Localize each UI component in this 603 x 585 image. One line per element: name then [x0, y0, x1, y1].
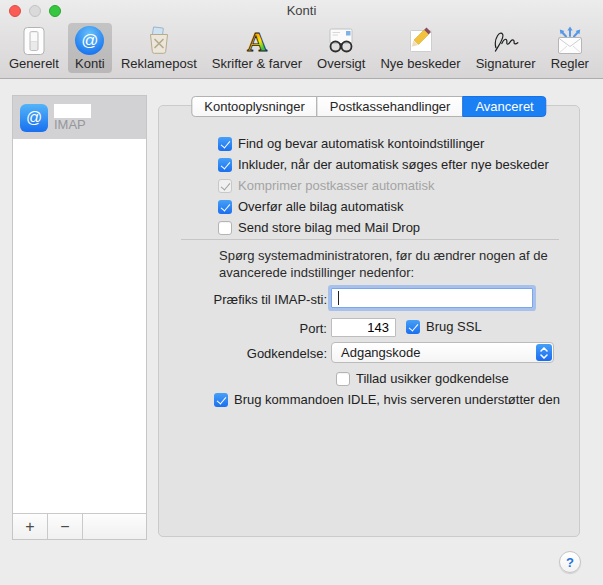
authentication-value: Adgangskode	[332, 345, 536, 360]
traffic-lights	[9, 5, 61, 17]
checkbox-insecure-auth[interactable]	[336, 372, 350, 386]
checkbox-use-idle[interactable]	[214, 393, 228, 407]
checkbox-use-ssl[interactable]	[406, 320, 420, 334]
accounts-list: @ IMAP + −	[12, 95, 147, 540]
checkbox-label: Komprimer postkasser automatisk	[238, 178, 435, 193]
glasses-icon	[325, 25, 357, 56]
account-type-label: IMAP	[54, 118, 91, 132]
minimize-button[interactable]	[29, 5, 41, 17]
accounts-list-empty-area	[13, 139, 146, 513]
tab-account-information[interactable]: Kontooplysninger	[191, 96, 317, 117]
dropdown-arrows-icon	[536, 344, 552, 361]
remove-account-button[interactable]: −	[48, 514, 83, 539]
tab-mailbox-behaviors[interactable]: Postkassehandlinger	[317, 96, 464, 117]
checkbox-label: Find og bevar automatisk kontoindstillin…	[238, 136, 484, 151]
account-info: IMAP	[54, 104, 91, 132]
toolbar-item-viewing[interactable]: Oversigt	[311, 23, 371, 73]
insecure-auth-label: Tillad usikker godkendelse	[356, 371, 509, 386]
toolbar-item-general[interactable]: Generelt	[3, 23, 65, 73]
use-idle-label: Brug kommandoen IDLE, hvis serveren unde…	[234, 392, 560, 407]
toolbar-item-signatures[interactable]: Signaturer	[470, 23, 542, 73]
signature-icon	[490, 25, 522, 56]
help-button[interactable]: ?	[559, 551, 581, 573]
checkbox-mail-drop[interactable]	[218, 221, 232, 235]
at-square-icon: @	[20, 104, 48, 132]
authentication-dropdown[interactable]: Adgangskode	[331, 342, 554, 363]
account-list-item[interactable]: @ IMAP	[13, 96, 146, 139]
toolbar-item-label: Konti	[75, 56, 105, 71]
toolbar-item-accounts[interactable]: @ Konti	[68, 23, 112, 73]
switch-icon	[18, 25, 50, 56]
text-caret	[338, 291, 339, 305]
toolbar-item-label: Signaturer	[476, 56, 536, 71]
toolbar-item-composing[interactable]: Nye beskeder	[374, 23, 466, 73]
close-button[interactable]	[9, 5, 21, 17]
imap-prefix-label: Præfiks til IMAP-sti:	[159, 292, 327, 307]
junk-basket-icon	[143, 25, 175, 56]
toolbar-item-label: Reklamepost	[121, 56, 197, 71]
toolbar-item-label: Nye beskeder	[380, 56, 460, 71]
titlebar[interactable]: Konti	[0, 0, 603, 22]
accounts-list-buttons: + −	[13, 513, 146, 539]
section-divider	[181, 239, 559, 240]
port-input[interactable]	[331, 318, 396, 337]
tab-bar: Kontooplysninger Postkassehandlinger Ava…	[191, 96, 546, 117]
toolbar-item-label: Oversigt	[317, 56, 365, 71]
account-name-redacted	[54, 104, 91, 118]
checkbox-include-when-checking[interactable]	[218, 158, 232, 172]
checkbox-label: Send store bilag med Mail Drop	[238, 220, 420, 235]
toolbar-item-label: Skrifter & farver	[212, 56, 302, 71]
imap-prefix-field-wrap	[331, 288, 533, 308]
checkbox-download-attachments[interactable]	[218, 200, 232, 214]
pencil-icon	[405, 25, 437, 56]
toolbar-item-rules[interactable]: Regler	[545, 23, 595, 73]
preferences-window: Konti Generelt @ Konti	[0, 0, 603, 585]
add-account-button[interactable]: +	[13, 514, 48, 539]
admin-warning-line2: avancerede indstillinger nedenfor:	[219, 264, 579, 281]
admin-warning-text: Spørg systemadministratoren, før du ændr…	[219, 247, 579, 281]
checkbox-label: Inkluder, når der automatisk søges efter…	[238, 157, 549, 172]
imap-prefix-input[interactable]	[331, 288, 533, 308]
at-circle-icon: @	[74, 25, 106, 56]
button-bar-filler	[83, 514, 146, 539]
envelope-arrows-icon	[554, 25, 586, 56]
admin-warning-line1: Spørg systemadministratoren, før du ændr…	[219, 247, 579, 264]
port-label: Port:	[159, 321, 327, 336]
authentication-label: Godkendelse:	[159, 346, 327, 361]
checkbox-compact-mailboxes	[218, 179, 232, 193]
toolbar-item-label: Regler	[551, 56, 589, 71]
toolbar-item-junk[interactable]: Reklamepost	[115, 23, 203, 73]
window-header: Konti Generelt @ Konti	[0, 0, 603, 79]
svg-text:A: A	[247, 26, 268, 56]
letter-a-icon: A	[241, 25, 273, 56]
use-ssl-label: Brug SSL	[426, 319, 482, 334]
checkbox-label: Overfør alle bilag automatisk	[238, 199, 403, 214]
zoom-button[interactable]	[49, 5, 61, 17]
tab-advanced[interactable]: Avanceret	[462, 96, 546, 117]
toolbar: Generelt @ Konti Reklamepost	[0, 22, 603, 73]
toolbar-item-label: Generelt	[9, 56, 59, 71]
checkbox-auto-detect-settings[interactable]	[218, 137, 232, 151]
toolbar-item-fonts-colors[interactable]: A Skrifter & farver	[206, 23, 308, 73]
window-title: Konti	[0, 0, 603, 21]
advanced-settings-panel: Find og bevar automatisk kontoindstillin…	[158, 105, 580, 537]
